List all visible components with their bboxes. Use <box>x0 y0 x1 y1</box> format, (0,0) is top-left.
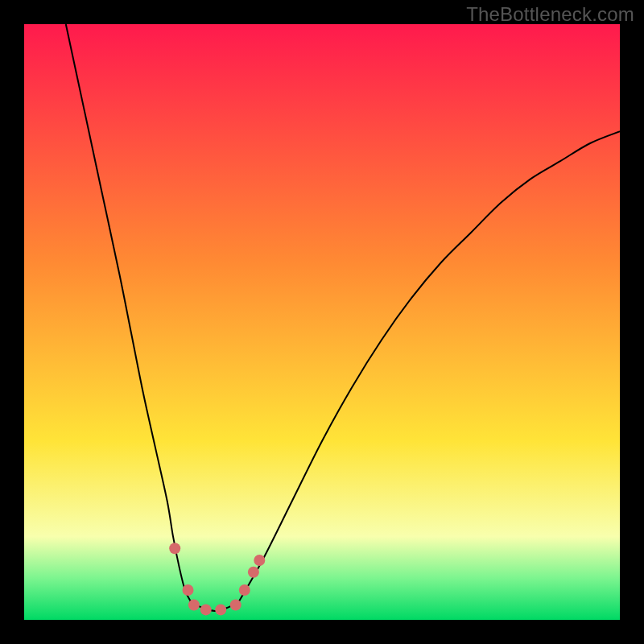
watermark-text: TheBottleneck.com <box>466 3 634 26</box>
plot-area <box>24 24 620 620</box>
pt-right-up2 <box>254 555 265 566</box>
pt-floor-b <box>215 604 226 615</box>
pt-right-low <box>230 600 242 611</box>
pt-left-low <box>188 600 200 611</box>
pt-left-upper <box>169 543 180 554</box>
gradient-background <box>24 24 620 620</box>
pt-floor-a <box>200 604 212 615</box>
pt-left-mid <box>183 584 194 596</box>
outer-frame: TheBottleneck.com <box>0 0 644 644</box>
pt-right-mid <box>239 584 250 596</box>
pt-right-up1 <box>248 567 259 578</box>
chart-svg <box>24 24 620 620</box>
